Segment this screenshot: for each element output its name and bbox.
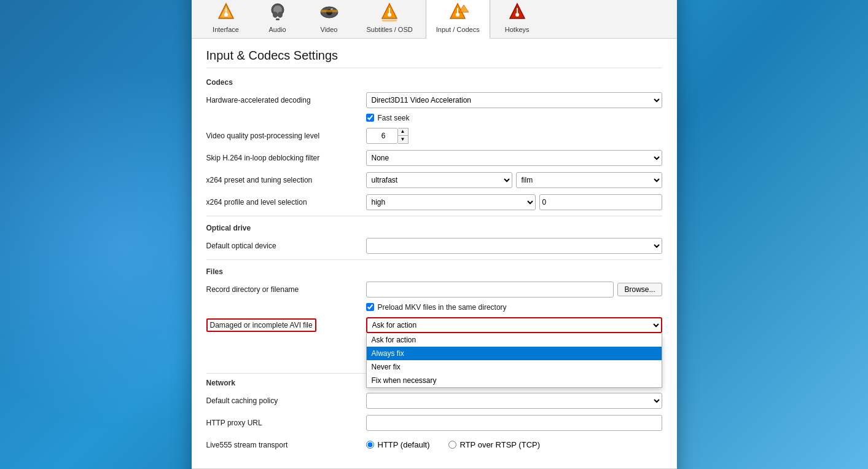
tab-hotkeys-label: Hotkeys xyxy=(505,26,530,33)
rtp-transport-radio[interactable] xyxy=(448,441,456,449)
subtitles-icon xyxy=(378,1,401,23)
svg-point-17 xyxy=(388,13,391,17)
interface-icon xyxy=(215,1,237,23)
x264-preset-label: x264 preset and tuning selection xyxy=(206,176,366,184)
tab-subtitles[interactable]: Subtitles / OSD xyxy=(356,0,423,38)
svg-rect-22 xyxy=(457,8,458,13)
hardware-accel-select[interactable]: Direct3D11 Video Acceleration xyxy=(366,92,662,108)
x264-preset-select[interactable]: ultrafast xyxy=(366,172,512,188)
tab-subtitles-label: Subtitles / OSD xyxy=(367,26,413,33)
tab-video[interactable]: Video xyxy=(305,0,354,38)
tab-hotkeys[interactable]: Hotkeys xyxy=(493,0,542,38)
audio-icon xyxy=(267,1,289,23)
main-content: Input & Codecs Settings Codecs Hardware-… xyxy=(192,39,677,468)
optical-device-label: Default optical device xyxy=(206,242,366,250)
rtp-transport-label: RTP over RTSP (TCP) xyxy=(460,440,541,449)
caching-control xyxy=(366,393,662,409)
svg-rect-26 xyxy=(517,8,518,13)
svg-point-9 xyxy=(273,12,278,18)
dropdown-item-ask[interactable]: Ask for action xyxy=(367,333,662,347)
spinner-buttons: ▲ ▼ xyxy=(398,128,409,144)
optical-section-header: Optical drive xyxy=(206,224,662,232)
video-icon xyxy=(318,1,340,23)
x264-profile-select[interactable]: high xyxy=(366,194,536,210)
damaged-avi-control: Ask for action Ask for action Always fix… xyxy=(366,317,662,333)
svg-point-10 xyxy=(278,12,283,18)
live555-row: Live555 stream transport HTTP (default) … xyxy=(206,436,662,454)
http-transport-label: HTTP (default) xyxy=(378,440,430,449)
dropdown-item-never[interactable]: Never fix xyxy=(367,360,662,374)
spinner-down-button[interactable]: ▼ xyxy=(398,136,408,143)
hardware-accel-label: Hardware-accelerated decoding xyxy=(206,96,366,104)
files-section-header: Files xyxy=(206,267,662,276)
preload-mkv-checkbox[interactable] xyxy=(366,303,374,311)
svg-rect-11 xyxy=(276,18,280,20)
hardware-accel-control: Direct3D11 Video Acceleration xyxy=(366,92,662,108)
preload-mkv-label: Preload MKV files in the same directory xyxy=(378,303,507,312)
x264-profile-row: x264 profile and level selection high 0 xyxy=(206,194,662,211)
http-proxy-input[interactable] xyxy=(366,415,662,431)
x264-tuning-select[interactable]: film xyxy=(516,172,662,188)
http-proxy-label: HTTP proxy URL xyxy=(206,419,366,427)
live555-label: Live555 stream transport xyxy=(206,441,366,449)
optical-device-row: Default optical device xyxy=(206,237,662,254)
video-quality-label: Video quality post-processing level xyxy=(206,132,366,140)
caching-select[interactable] xyxy=(366,393,662,409)
record-dir-row: Record directory or filename Browse... xyxy=(206,281,662,298)
optical-device-control xyxy=(366,238,662,254)
preload-mkv-row: Preload MKV files in the same directory xyxy=(206,303,662,312)
video-quality-row: Video quality post-processing level 6 ▲ … xyxy=(206,127,662,144)
caching-label: Default caching policy xyxy=(206,396,366,405)
svg-point-21 xyxy=(456,13,459,17)
fast-seek-label: Fast seek xyxy=(378,114,410,122)
page-title: Input & Codecs Settings xyxy=(206,49,662,68)
video-quality-input[interactable]: 6 xyxy=(366,128,398,144)
browse-button[interactable]: Browse... xyxy=(617,283,662,296)
svg-rect-18 xyxy=(389,8,390,13)
hardware-accel-row: Hardware-accelerated decoding Direct3D11… xyxy=(206,92,662,109)
record-dir-label: Record directory or filename xyxy=(206,285,366,294)
live555-control: HTTP (default) RTP over RTSP (TCP) xyxy=(366,440,662,449)
tab-video-label: Video xyxy=(321,26,338,33)
damaged-avi-row: Damaged or incomplete AVI file Ask for a… xyxy=(206,317,662,334)
svg-rect-6 xyxy=(225,8,227,13)
damaged-avi-label: Damaged or incomplete AVI file xyxy=(206,318,366,332)
tab-interface-label: Interface xyxy=(213,26,239,33)
http-proxy-control xyxy=(366,415,662,431)
skip-h264-select[interactable]: None xyxy=(366,150,662,166)
damaged-label-box: Damaged or incomplete AVI file xyxy=(206,318,316,332)
http-proxy-row: HTTP proxy URL xyxy=(206,414,662,432)
x264-preset-control: ultrafast film xyxy=(366,172,662,188)
optical-device-select[interactable] xyxy=(366,238,662,254)
svg-point-5 xyxy=(224,13,228,17)
x264-profile-label: x264 profile and level selection xyxy=(206,198,366,207)
fast-seek-checkbox[interactable] xyxy=(366,114,374,122)
tab-interface[interactable]: Interface xyxy=(201,0,251,38)
video-quality-spinner: 6 ▲ ▼ xyxy=(366,128,409,144)
x264-preset-row: x264 preset and tuning selection ultrafa… xyxy=(206,171,662,189)
codecs-section-header: Codecs xyxy=(206,78,662,87)
tab-audio[interactable]: Audio xyxy=(253,0,302,38)
http-transport-radio[interactable] xyxy=(366,441,374,449)
tab-audio-label: Audio xyxy=(268,26,286,33)
record-dir-control: Browse... xyxy=(366,282,662,298)
x264-level-input[interactable]: 0 xyxy=(539,194,662,210)
fast-seek-row: Fast seek xyxy=(206,114,662,122)
tab-inputcodecs-label: Input / Codecs xyxy=(436,26,480,33)
hotkeys-icon xyxy=(506,1,528,23)
inputcodecs-icon xyxy=(447,1,469,23)
x264-profile-control: high 0 xyxy=(366,194,662,210)
record-dir-input[interactable] xyxy=(366,282,614,298)
svg-point-25 xyxy=(515,13,519,17)
svg-rect-15 xyxy=(321,10,338,12)
svg-rect-19 xyxy=(382,20,397,22)
tab-inputcodecs[interactable]: Input / Codecs xyxy=(426,0,490,39)
dropdown-item-when-necessary[interactable]: Fix when necessary xyxy=(367,374,662,387)
skip-h264-row: Skip H.264 in-loop deblocking filter Non… xyxy=(206,149,662,167)
damaged-avi-dropdown: Ask for action Always fix Never fix Fix … xyxy=(366,333,662,388)
dropdown-item-always[interactable]: Always fix xyxy=(367,347,662,360)
video-quality-control: 6 ▲ ▼ xyxy=(366,128,662,144)
spinner-up-button[interactable]: ▲ xyxy=(398,128,408,136)
caching-row: Default caching policy xyxy=(206,392,662,409)
damaged-avi-select[interactable]: Ask for action xyxy=(366,317,662,333)
